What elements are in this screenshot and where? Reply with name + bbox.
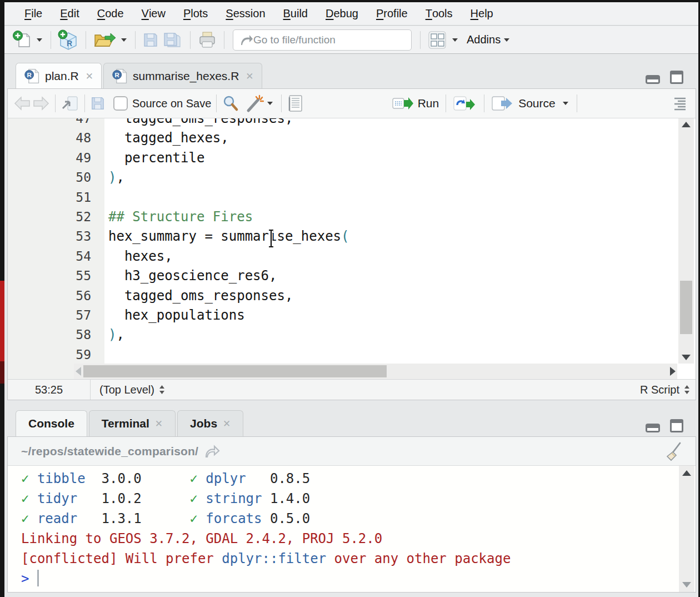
print-button[interactable] <box>197 31 217 49</box>
tab-summarise-hexes-r[interactable]: R summarise_hexes.R ✕ <box>103 63 262 89</box>
r-file-icon: R <box>24 68 41 84</box>
open-recent-dropdown[interactable] <box>121 38 127 42</box>
code-text[interactable]: tagged_oms_responses, tagged_hexes, perc… <box>108 118 676 379</box>
editor-horizontal-scrollbar[interactable] <box>74 364 677 379</box>
tab-jobs[interactable]: Jobs ✕ <box>177 410 243 436</box>
menu-item-profile[interactable]: Profile <box>367 2 417 25</box>
code-line[interactable]: ), <box>108 325 676 345</box>
open-in-new-window-icon[interactable] <box>61 95 79 112</box>
code-tools-wand-icon[interactable] <box>245 94 264 113</box>
source-on-save-checkbox[interactable] <box>113 96 128 111</box>
save-icon <box>142 32 159 48</box>
minimize-pane-icon[interactable] <box>645 423 661 433</box>
working-directory: ~/repos/statewide_comparison/ <box>21 445 198 458</box>
menu-item-session[interactable]: Session <box>217 2 274 25</box>
minimize-pane-icon[interactable] <box>645 74 661 84</box>
code-line[interactable]: hex_populations <box>108 306 676 325</box>
clear-console-icon[interactable] <box>664 441 683 462</box>
back-icon[interactable] <box>13 96 31 111</box>
source-label: Source <box>518 97 556 110</box>
tab-plan-r[interactable]: R plan.R ✕ <box>16 63 102 89</box>
addins-dropdown[interactable] <box>504 38 509 42</box>
source-editor-pane: Source on Save <box>7 88 696 400</box>
code-line[interactable]: hex_summary = summarise_hexes( <box>108 227 676 246</box>
code-line[interactable]: ), <box>108 168 676 187</box>
scope-updown-icon <box>159 385 165 395</box>
scroll-up-arrow[interactable] <box>682 122 691 127</box>
goto-directory-icon[interactable] <box>204 444 221 459</box>
code-line[interactable] <box>108 345 676 365</box>
save-button[interactable] <box>142 32 159 48</box>
save-all-button[interactable] <box>162 31 183 49</box>
tab-console[interactable]: Console <box>16 410 87 436</box>
new-project-button[interactable]: R <box>58 29 79 51</box>
maximize-pane-icon[interactable] <box>669 70 684 84</box>
code-tools-dropdown[interactable] <box>267 102 273 105</box>
close-tab-icon[interactable]: ✕ <box>223 418 231 430</box>
close-tab-icon[interactable]: ✕ <box>155 418 163 430</box>
rstudio-window: FileEditCodeViewPlotsSessionBuildDebugPr… <box>4 2 698 597</box>
console-line: ✓ tibble 3.0.0 ✓ dplyr 0.8.5 <box>21 469 673 489</box>
panes-layout-dropdown[interactable] <box>452 38 458 42</box>
menu-item-file[interactable]: File <box>16 2 51 25</box>
menu-item-edit[interactable]: Edit <box>51 2 88 25</box>
rerun-icon <box>453 95 477 112</box>
svg-text:R: R <box>27 72 32 78</box>
code-editor[interactable]: 4748495051525354555657585960 tagged_oms_… <box>8 118 696 379</box>
r-file-icon: R <box>112 68 128 84</box>
code-line[interactable] <box>108 188 676 207</box>
goto-file-search[interactable] <box>233 29 412 51</box>
close-tab-icon[interactable]: ✕ <box>246 71 253 82</box>
scroll-down-arrow[interactable] <box>682 355 691 360</box>
console-output[interactable]: ✓ tibble 3.0.0 ✓ dplyr 0.8.5✓ tidyr 1.0.… <box>8 466 696 592</box>
source-dropdown[interactable] <box>563 102 568 105</box>
code-line[interactable]: tagged_oms_responses, <box>108 118 676 128</box>
scrollbar-thumb[interactable] <box>680 281 692 334</box>
scroll-right-arrow[interactable] <box>670 367 676 376</box>
menu-item-plots[interactable]: Plots <box>174 2 217 25</box>
scroll-up-arrow[interactable] <box>682 470 691 476</box>
console-vertical-scrollbar[interactable] <box>679 466 694 592</box>
open-file-button[interactable] <box>93 31 116 49</box>
file-type-selector[interactable]: R Script <box>640 384 679 396</box>
forward-icon[interactable] <box>32 96 50 111</box>
tab-terminal[interactable]: Terminal ✕ <box>89 410 176 436</box>
source-button[interactable]: Source <box>491 95 556 112</box>
run-button[interactable]: Run <box>392 96 439 111</box>
scrollbar-thumb[interactable] <box>83 365 387 377</box>
addins-button[interactable]: Addins <box>467 33 501 46</box>
code-line[interactable]: hexes, <box>108 247 676 266</box>
save-doc-icon[interactable] <box>90 96 106 111</box>
scroll-down-arrow[interactable] <box>682 582 691 588</box>
menu-item-tools[interactable]: Tools <box>417 2 462 25</box>
rerun-button[interactable] <box>453 95 477 112</box>
line-number: 51 <box>8 188 91 207</box>
menu-item-view[interactable]: View <box>133 2 174 25</box>
close-tab-icon[interactable]: ✕ <box>86 71 93 82</box>
editor-vertical-scrollbar[interactable] <box>678 118 694 364</box>
new-file-button[interactable] <box>13 30 32 50</box>
new-file-icon <box>13 30 32 50</box>
code-line[interactable]: ## Structure Fires <box>108 207 676 227</box>
compile-report-icon[interactable] <box>287 94 303 113</box>
scroll-left-arrow[interactable] <box>76 367 81 376</box>
menu-item-build[interactable]: Build <box>274 2 317 25</box>
code-line[interactable]: tagged_hexes, <box>108 128 676 148</box>
console-prompt: > <box>21 571 37 586</box>
goto-file-input[interactable] <box>253 34 392 46</box>
code-line[interactable]: percentile <box>108 148 676 168</box>
find-replace-icon[interactable] <box>222 94 239 112</box>
console-prompt-line[interactable]: > <box>21 569 673 589</box>
maximize-pane-icon[interactable] <box>669 419 684 433</box>
scope-selector[interactable]: (Top Level) <box>99 384 154 396</box>
new-file-dropdown[interactable] <box>37 38 42 42</box>
menu-item-code[interactable]: Code <box>88 2 133 25</box>
menu-item-help[interactable]: Help <box>462 2 502 25</box>
document-outline-icon[interactable] <box>670 96 687 111</box>
code-line[interactable]: h3_geoscience_res6, <box>108 266 676 286</box>
code-line[interactable]: tagged_oms_responses, <box>108 286 676 306</box>
menu-item-debug[interactable]: Debug <box>317 2 367 25</box>
save-all-icon <box>162 31 183 49</box>
line-number: 52 <box>8 207 91 227</box>
panes-layout-button[interactable] <box>427 30 447 50</box>
